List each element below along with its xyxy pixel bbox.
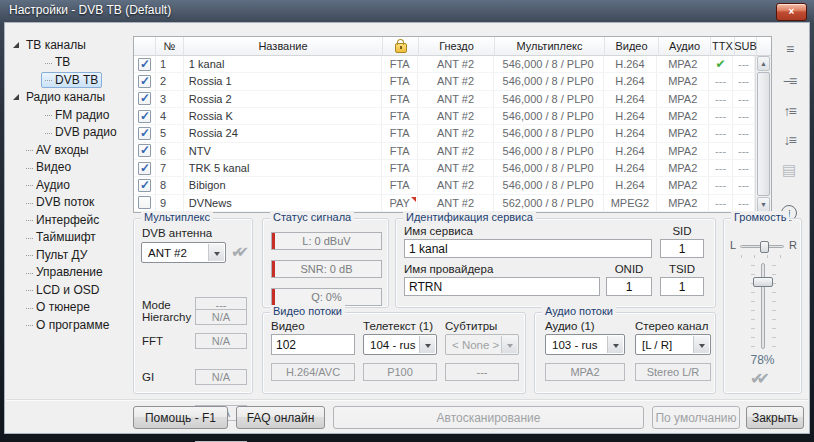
teletext-select[interactable]: 104 - rus xyxy=(363,334,437,355)
sidebar-item[interactable]: О программе xyxy=(7,316,129,334)
scroll-down-icon[interactable]: ▼ xyxy=(757,197,770,212)
channel-sub-cell: --- xyxy=(733,91,755,107)
sidebar-item[interactable]: FM радио xyxy=(7,106,129,124)
channel-checkbox[interactable] xyxy=(138,110,151,123)
table-row[interactable]: 3 Rossia 2 FTA ANT #2 546,000 / 8 / PLP0… xyxy=(134,91,755,108)
volume-slider[interactable] xyxy=(761,263,765,349)
tree-expander-icon[interactable] xyxy=(31,110,41,120)
checkbox-column-header[interactable] xyxy=(134,37,156,56)
mux-param-row: GI N/A xyxy=(134,369,252,387)
table-row[interactable]: 6 NTV FTA ANT #2 546,000 / 8 / PLP0 H.26… xyxy=(134,143,755,160)
table-row[interactable]: 8 Bibigon FTA ANT #2 546,000 / 8 / PLP0 … xyxy=(134,177,755,194)
channel-checkbox[interactable] xyxy=(138,92,151,105)
channel-checkbox[interactable] xyxy=(138,179,151,192)
onid-field[interactable] xyxy=(606,277,652,296)
audio-select[interactable]: 103 - rus xyxy=(545,334,625,355)
channel-ttx-cell: --- xyxy=(709,125,733,141)
tree-expander-icon[interactable] xyxy=(31,127,41,137)
sidebar-item[interactable]: О тюнере xyxy=(7,299,129,317)
tree-expander-icon[interactable] xyxy=(31,57,41,67)
service-name-field[interactable] xyxy=(404,239,652,258)
antenna-apply-icon[interactable]: ✔✔ xyxy=(231,243,242,261)
sidebar-item[interactable]: Таймшифт xyxy=(7,229,129,247)
balance-slider[interactable] xyxy=(740,245,784,248)
table-row[interactable]: 1 1 kanal FTA ANT #2 546,000 / 8 / PLP0 … xyxy=(134,56,755,73)
uncheck-all-icon[interactable]: −≡ xyxy=(776,70,802,92)
socket-column-header[interactable]: Гнездо xyxy=(419,37,495,56)
tree-expander-icon[interactable] xyxy=(12,320,22,330)
table-scrollbar[interactable]: ▲ ▼ xyxy=(755,56,771,212)
scrollbar-thumb[interactable] xyxy=(757,72,770,196)
signal-bar-text: Q: 0% xyxy=(311,291,342,303)
sidebar-item[interactable]: Радио каналы xyxy=(7,89,129,107)
sub-column-header[interactable]: SUB xyxy=(735,37,757,56)
table-row[interactable]: 2 Rossia 1 FTA ANT #2 546,000 / 8 / PLP0… xyxy=(134,73,755,90)
tsid-field[interactable] xyxy=(660,277,704,296)
tree-expander-icon[interactable] xyxy=(12,250,22,260)
tree-expander-icon[interactable] xyxy=(12,232,22,242)
select-all-icon[interactable]: ≡ xyxy=(776,38,802,60)
stereo-select[interactable]: [L / R] xyxy=(635,334,711,355)
volume-apply-icon[interactable]: ✔✔ xyxy=(750,369,763,388)
multiplex-column-header[interactable]: Мультиплекс xyxy=(495,37,605,56)
sidebar-item[interactable]: DVB радио xyxy=(7,124,129,142)
sidebar-item[interactable]: Аудио xyxy=(7,176,129,194)
sidebar-item[interactable]: DVB поток xyxy=(7,194,129,212)
close-icon[interactable]: × xyxy=(776,3,807,21)
tree-expander-icon[interactable] xyxy=(12,197,22,207)
tree-expander-icon[interactable] xyxy=(12,180,22,190)
channel-audio-codec: MPA2 xyxy=(657,143,709,159)
table-row[interactable]: 7 TRK 5 kanal FTA ANT #2 546,000 / 8 / P… xyxy=(134,160,755,177)
channel-checkbox[interactable] xyxy=(138,144,151,157)
tree-expander-icon[interactable] xyxy=(12,267,22,277)
sid-field[interactable] xyxy=(660,239,704,258)
close-dialog-button[interactable]: Закрыть xyxy=(746,406,804,429)
tree-expander-icon[interactable] xyxy=(12,145,22,155)
antenna-select[interactable]: ANT #2 xyxy=(141,242,226,263)
number-column-header[interactable]: № xyxy=(156,37,184,56)
name-column-header[interactable]: Название xyxy=(184,37,383,56)
sidebar-item-label: Радио каналы xyxy=(22,89,109,105)
channel-checkbox[interactable] xyxy=(138,127,151,140)
tree-expander-icon[interactable] xyxy=(12,215,22,225)
tree-expander-icon[interactable] xyxy=(12,92,22,102)
help-button[interactable]: Помощь - F1 xyxy=(133,406,228,429)
table-row[interactable]: 4 Rossia K FTA ANT #2 546,000 / 8 / PLP0… xyxy=(134,108,755,125)
sidebar-item[interactable]: LCD и OSD xyxy=(7,281,129,299)
sidebar-item[interactable]: AV входы xyxy=(7,141,129,159)
sidebar-item[interactable]: Видео xyxy=(7,159,129,177)
video-pid-field[interactable] xyxy=(271,334,355,355)
sidebar-item[interactable]: DVB ТВ xyxy=(7,71,129,89)
tree-expander-icon[interactable] xyxy=(12,40,22,50)
table-row[interactable]: 5 Rossia 24 FTA ANT #2 546,000 / 8 / PLP… xyxy=(134,125,755,142)
audio-column-header[interactable]: Аудио xyxy=(659,37,711,56)
balance-thumb[interactable] xyxy=(760,241,769,253)
ttx-column-header[interactable]: TTX xyxy=(711,37,735,56)
tree-expander-icon[interactable] xyxy=(31,75,41,85)
signal-bar-text: SNR: 0 dB xyxy=(301,263,353,275)
channel-ttx-cell: --- xyxy=(709,195,733,211)
table-row[interactable]: 9 DVNews PAY ANT #2 562,000 / 8 / PLP0 M… xyxy=(134,195,755,212)
tree-expander-icon[interactable] xyxy=(12,162,22,172)
channel-checkbox[interactable] xyxy=(138,75,151,88)
tree-expander-icon[interactable] xyxy=(12,302,22,312)
scroll-up-icon[interactable]: ▲ xyxy=(757,56,770,71)
channel-socket: ANT #2 xyxy=(418,195,494,211)
volume-thumb[interactable] xyxy=(753,277,773,287)
move-down-icon[interactable]: ↓≡ xyxy=(776,129,802,151)
channel-audio-codec: MPA2 xyxy=(657,160,709,176)
video-column-header[interactable]: Видео xyxy=(605,37,659,56)
tree-expander-icon[interactable] xyxy=(12,285,22,295)
sidebar-item[interactable]: Пульт ДУ xyxy=(7,246,129,264)
channel-checkbox[interactable] xyxy=(138,162,151,175)
encryption-column-header[interactable] xyxy=(383,37,419,56)
sidebar-item[interactable]: ТВ xyxy=(7,54,129,72)
sidebar-item[interactable]: ТВ каналы xyxy=(7,36,129,54)
channel-checkbox[interactable] xyxy=(138,196,151,209)
faq-button[interactable]: FAQ онлайн xyxy=(236,406,325,429)
move-up-icon[interactable]: ↑≡ xyxy=(776,100,802,122)
channel-checkbox[interactable] xyxy=(138,58,151,71)
provider-field[interactable] xyxy=(404,277,600,296)
sidebar-item[interactable]: Интерфейс xyxy=(7,211,129,229)
sidebar-item[interactable]: Управление xyxy=(7,264,129,282)
